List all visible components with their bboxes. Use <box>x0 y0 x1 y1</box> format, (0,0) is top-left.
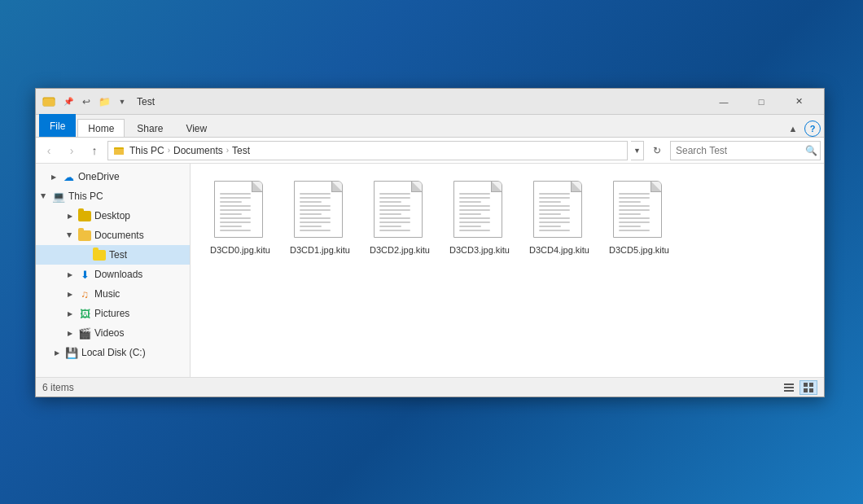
file-area: D3CD0.jpg.kitu D3CD1.jpg.kitu D3CD2.jpg.… <box>191 164 824 377</box>
doc-lines-4 <box>539 193 570 231</box>
sidebar-label-downloads: Downloads <box>94 269 142 280</box>
svg-rect-1 <box>43 100 55 106</box>
expand-arrow-videos[interactable]: ▶ <box>65 328 75 338</box>
file-name-4: D3CD4.jpg.kitu <box>529 244 589 256</box>
address-path[interactable]: This PC › Documents › Test <box>107 141 628 160</box>
sidebar-label-localdisk: Local Disk (C:) <box>81 347 146 358</box>
tab-home[interactable]: Home <box>77 119 125 137</box>
expand-arrow-onedrive[interactable]: ▶ <box>49 172 59 182</box>
breadcrumb-thispc[interactable]: This PC <box>129 145 164 156</box>
file-icon-5 <box>613 181 665 241</box>
doc-icon-5 <box>613 181 662 238</box>
forward-button[interactable]: › <box>62 141 81 160</box>
search-input[interactable] <box>671 145 803 156</box>
doc-lines-0 <box>220 193 251 231</box>
sidebar-item-desktop[interactable]: ▶ Desktop <box>36 206 190 226</box>
expand-arrow-thispc[interactable]: ▶ <box>39 191 49 201</box>
minimize-button[interactable]: — <box>705 89 743 115</box>
expand-arrow-pictures[interactable]: ▶ <box>65 309 75 318</box>
title-bar: 📌 ↩ 📁 ▼ Test — □ ✕ <box>36 89 824 115</box>
ribbon-collapse-btn[interactable]: ▲ <box>786 122 799 135</box>
up-button[interactable]: ↑ <box>85 141 104 160</box>
doc-icon-3 <box>453 181 502 238</box>
downloads-icon: ⬇ <box>78 268 91 281</box>
expand-arrow-localdisk[interactable]: ▶ <box>52 348 62 357</box>
breadcrumb-documents[interactable]: Documents <box>173 145 223 156</box>
sidebar-label-thispc: This PC <box>68 191 103 202</box>
desktop-icon <box>78 209 91 222</box>
ribbon-right: ▲ ? <box>786 121 821 137</box>
file-name-3: D3CD3.jpg.kitu <box>449 244 510 256</box>
refresh-button[interactable]: ↻ <box>647 141 667 160</box>
sidebar-item-downloads[interactable]: ▶ ⬇ Downloads <box>36 265 190 284</box>
address-dropdown[interactable]: ▼ <box>631 141 644 160</box>
sidebar-item-documents[interactable]: ▶ Documents <box>36 226 190 245</box>
expand-arrow-documents[interactable]: ▶ <box>65 230 75 240</box>
qat-undo-btn[interactable]: ↩ <box>78 94 94 109</box>
doc-lines-1 <box>300 193 331 231</box>
tab-share[interactable]: Share <box>126 119 173 137</box>
music-icon: ♫ <box>78 287 91 300</box>
file-item-1[interactable]: D3CD1.jpg.kitu <box>283 177 357 260</box>
breadcrumb-current: Test <box>232 145 250 156</box>
address-folder-icon <box>113 145 125 156</box>
search-icon[interactable]: 🔍 <box>803 142 820 160</box>
help-button[interactable]: ? <box>804 121 821 137</box>
svg-rect-9 <box>804 388 808 392</box>
doc-icon-1 <box>294 181 343 238</box>
pictures-icon: 🖼 <box>78 307 91 320</box>
back-button[interactable]: ‹ <box>39 141 59 160</box>
tab-file[interactable]: File <box>39 114 76 137</box>
thispc-icon: 💻 <box>52 190 65 203</box>
doc-icon-0 <box>214 181 263 238</box>
file-icon-4 <box>533 181 585 241</box>
maximize-button[interactable]: □ <box>743 89 780 115</box>
file-item-4[interactable]: D3CD4.jpg.kitu <box>523 177 596 260</box>
window-controls: — □ ✕ <box>705 89 817 115</box>
file-item-2[interactable]: D3CD2.jpg.kitu <box>363 177 436 260</box>
doc-lines-5 <box>619 193 650 231</box>
file-icon-2 <box>374 181 426 241</box>
explorer-window: 📌 ↩ 📁 ▼ Test — □ ✕ File Home Share View … <box>35 88 825 397</box>
sidebar-label-documents: Documents <box>94 230 144 241</box>
main-content: ▶ ☁ OneDrive ▶ 💻 This PC ▶ Desktop ▶ <box>36 164 824 377</box>
expand-arrow-desktop[interactable]: ▶ <box>65 211 75 221</box>
sidebar-label-onedrive: OneDrive <box>78 171 120 182</box>
file-grid: D3CD0.jpg.kitu D3CD1.jpg.kitu D3CD2.jpg.… <box>197 170 817 266</box>
close-button[interactable]: ✕ <box>780 89 817 115</box>
window-icon <box>42 95 55 108</box>
localdisk-icon: 💾 <box>65 346 78 359</box>
sidebar-item-music[interactable]: ▶ ♫ Music <box>36 284 190 304</box>
file-item-5[interactable]: D3CD5.jpg.kitu <box>602 177 676 260</box>
expand-arrow-downloads[interactable]: ▶ <box>65 270 75 279</box>
sidebar-item-localdisk[interactable]: ▶ 💾 Local Disk (C:) <box>36 343 190 362</box>
sidebar-item-onedrive[interactable]: ▶ ☁ OneDrive <box>36 167 190 186</box>
view-details-btn[interactable] <box>780 380 798 395</box>
sidebar-label-music: Music <box>94 288 120 300</box>
test-folder-icon <box>93 248 106 261</box>
file-name-1: D3CD1.jpg.kitu <box>290 244 350 256</box>
search-box: 🔍 <box>670 141 821 160</box>
doc-lines-3 <box>459 193 490 231</box>
sidebar-label-desktop: Desktop <box>94 210 130 221</box>
sidebar-item-pictures[interactable]: ▶ 🖼 Pictures <box>36 304 190 323</box>
view-large-icons-btn[interactable] <box>799 380 817 395</box>
svg-rect-4 <box>784 383 794 385</box>
sidebar-label-test: Test <box>109 249 127 261</box>
qat-pin-btn[interactable]: 📌 <box>60 94 77 109</box>
file-icon-1 <box>294 181 346 241</box>
file-name-0: D3CD0.jpg.kitu <box>210 244 270 256</box>
qat-newfolfer-btn[interactable]: 📁 <box>96 94 112 109</box>
tab-view[interactable]: View <box>175 119 217 137</box>
file-item-0[interactable]: D3CD0.jpg.kitu <box>204 177 277 260</box>
file-icon-0 <box>214 181 266 241</box>
sep2: › <box>226 146 229 155</box>
expand-arrow-music[interactable]: ▶ <box>65 289 75 299</box>
file-item-3[interactable]: D3CD3.jpg.kitu <box>443 177 516 260</box>
sidebar-item-test[interactable]: ▶ Test <box>36 245 190 265</box>
sidebar-label-pictures: Pictures <box>94 308 129 319</box>
sidebar-item-videos[interactable]: ▶ 🎬 Videos <box>36 323 190 343</box>
qat-dropdown-btn[interactable]: ▼ <box>114 94 130 109</box>
svg-rect-7 <box>804 383 808 387</box>
sidebar-item-thispc[interactable]: ▶ 💻 This PC <box>36 186 190 206</box>
